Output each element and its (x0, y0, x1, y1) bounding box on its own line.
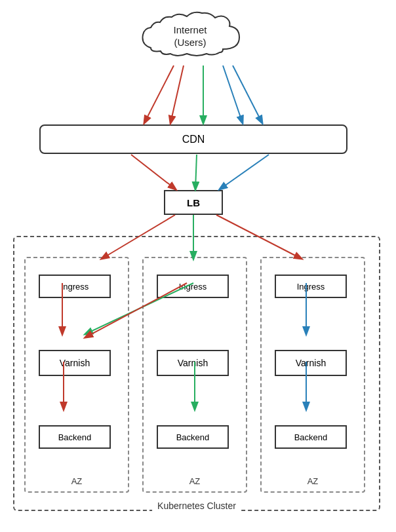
ingress-1: Ingress (39, 275, 111, 298)
az-label-2: AZ (189, 476, 201, 486)
k8s-label: Kubernetes Cluster (152, 501, 241, 511)
cdn-label: CDN (182, 134, 205, 145)
az-zone-1: Ingress Varnish Backend AZ (24, 257, 129, 493)
diagram: Internet(Users) CDN LB Kubernetes Cluste… (0, 0, 396, 532)
backend-1: Backend (39, 425, 111, 449)
k8s-cluster: Kubernetes Cluster Ingress Varnish Backe… (13, 236, 380, 511)
varnish-2: Varnish (157, 350, 229, 376)
varnish-1: Varnish (39, 350, 111, 376)
ingress-3: Ingress (275, 275, 347, 298)
cdn-box: CDN (39, 124, 347, 154)
varnish-3: Varnish (275, 350, 347, 376)
az-label-1: AZ (71, 476, 83, 486)
backend-2: Backend (157, 425, 229, 449)
az-zone-3: Ingress Varnish Backend AZ (260, 257, 365, 493)
svg-line-5 (131, 155, 176, 189)
svg-line-7 (220, 155, 269, 189)
lb-box: LB (164, 190, 223, 215)
svg-line-1 (170, 66, 184, 123)
svg-line-6 (195, 155, 197, 189)
svg-line-4 (233, 66, 262, 123)
az-label-3: AZ (307, 476, 319, 486)
lb-label: LB (187, 197, 200, 208)
internet-cloud: Internet(Users) (131, 7, 249, 66)
internet-label: Internet(Users) (174, 24, 207, 49)
backend-3: Backend (275, 425, 347, 449)
ingress-2: Ingress (157, 275, 229, 298)
az-zone-2: Ingress Varnish Backend AZ (142, 257, 247, 493)
svg-line-0 (144, 66, 174, 123)
svg-line-3 (223, 66, 243, 123)
